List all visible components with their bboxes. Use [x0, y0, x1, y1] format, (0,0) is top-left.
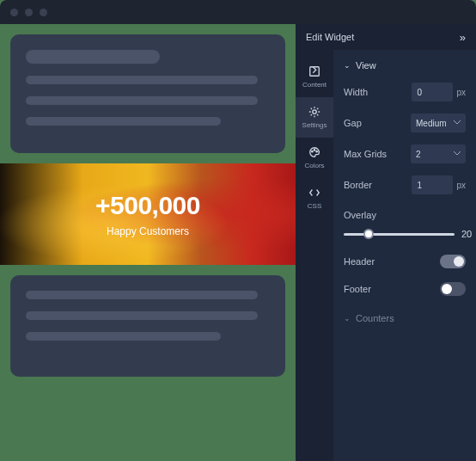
panel-header: Edit Widget » [296, 24, 476, 50]
tab-colors-label: Colors [304, 162, 324, 169]
field-gap: Gap Medium [344, 114, 466, 132]
svg-point-1 [313, 110, 316, 114]
border-unit: px [456, 181, 466, 190]
traffic-light-close[interactable] [10, 9, 18, 16]
field-max-grids: Max Grids 2 [344, 144, 466, 163]
tab-settings-label: Settings [302, 121, 327, 129]
placeholder-line [26, 291, 258, 299]
chevron-right-icon: ⌄ [344, 314, 351, 323]
traffic-light-min[interactable] [25, 9, 33, 16]
placeholder-line [26, 311, 258, 320]
edit-widget-panel: Edit Widget » Content Settings Colors CS… [296, 24, 476, 461]
tab-css[interactable]: CSS [296, 178, 333, 218]
overlay-label: Overlay [344, 210, 376, 220]
tab-css-label: CSS [308, 202, 321, 210]
overlay-value: 20 [461, 229, 472, 239]
overlay-slider[interactable] [344, 233, 455, 236]
edit-icon [308, 65, 320, 77]
max-grids-label: Max Grids [344, 149, 387, 159]
placeholder-card-top [10, 34, 285, 153]
border-label: Border [344, 180, 372, 190]
section-view-label: View [356, 60, 376, 71]
code-icon [308, 187, 320, 199]
placeholder-line [26, 117, 221, 126]
max-grids-select[interactable]: 2 [411, 144, 466, 163]
section-view-header[interactable]: ⌄ View [344, 60, 466, 71]
tab-content-label: Content [302, 81, 326, 89]
header-label: Header [344, 256, 375, 267]
field-overlay: Overlay 20 [344, 206, 466, 239]
gear-icon [308, 106, 320, 118]
window-titlebar [0, 0, 476, 24]
gap-label: Gap [344, 118, 362, 128]
svg-point-2 [312, 151, 313, 151]
placeholder-line [26, 50, 160, 64]
field-header: Header [344, 255, 466, 268]
section-counters-label: Counters [356, 313, 394, 323]
footer-label: Footer [344, 284, 371, 294]
tab-settings[interactable]: Settings [296, 97, 333, 138]
tab-content[interactable]: Content [296, 57, 333, 97]
collapse-panel-icon[interactable]: » [460, 31, 466, 44]
hero-counter: +500,000 [95, 191, 200, 220]
border-input[interactable] [412, 175, 453, 194]
section-counters-header[interactable]: ⌄ Counters [344, 313, 466, 323]
tab-colors[interactable]: Colors [296, 138, 333, 178]
field-width: Width px [344, 83, 466, 101]
panel-side-tabs: Content Settings Colors CSS [296, 50, 333, 218]
traffic-light-max[interactable] [40, 9, 47, 16]
width-input[interactable] [412, 83, 453, 101]
placeholder-line [26, 96, 258, 105]
chevron-down-icon: ⌄ [344, 61, 351, 70]
field-footer: Footer [344, 282, 466, 296]
width-label: Width [344, 87, 368, 97]
footer-toggle[interactable] [440, 282, 466, 296]
placeholder-line [26, 76, 258, 84]
preview-canvas: +500,000 Happy Customers [0, 24, 296, 461]
field-border: Border px [344, 175, 466, 194]
svg-point-4 [316, 151, 317, 151]
width-unit: px [456, 88, 466, 97]
hero-widget[interactable]: +500,000 Happy Customers [0, 163, 296, 265]
header-toggle[interactable] [440, 255, 466, 268]
gap-select[interactable]: Medium [411, 114, 466, 132]
panel-body: ⌄ View Width px Gap Medium Max Grids [333, 50, 476, 461]
panel-title: Edit Widget [306, 32, 354, 42]
placeholder-card-bottom [10, 275, 285, 377]
placeholder-line [26, 332, 221, 341]
palette-icon [308, 146, 320, 158]
svg-point-3 [314, 150, 314, 151]
hero-subtitle: Happy Customers [95, 225, 200, 237]
